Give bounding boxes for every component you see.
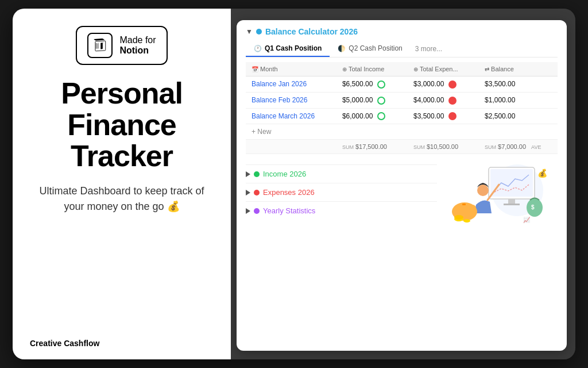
lower-sections: Income 2026 Expenses 2026 Yearly S bbox=[246, 164, 437, 220]
made-for-label: Made for bbox=[119, 35, 156, 45]
svg-rect-8 bbox=[462, 204, 466, 205]
notion-screen: ▼ Balance Calculator 2026 🕐 Q1 Cash Posi… bbox=[237, 20, 567, 351]
income-label: Income 2026 bbox=[263, 170, 306, 178]
sum-balance: SUM$7,000.00 AVE bbox=[479, 140, 558, 154]
cell-balance-1: $3,500.00 bbox=[479, 76, 558, 93]
expand-yearly-icon[interactable] bbox=[246, 208, 250, 214]
balance-table: 📅Month ⊕Total Income ⊕Total Expen... ⇄Ba… bbox=[246, 62, 558, 154]
main-title: Personal Finance Tracker bbox=[61, 78, 183, 172]
svg-text:📈: 📈 bbox=[523, 216, 531, 224]
brand-footer: Creative Cashflow bbox=[30, 339, 99, 348]
tab-q2[interactable]: 🌓 Q2 Cash Position bbox=[330, 41, 410, 57]
status-income-3 bbox=[377, 112, 385, 120]
cell-expense-2: $4,000.00 bbox=[408, 92, 479, 108]
sum-income: SUM$17,500.00 bbox=[336, 140, 408, 154]
sum-expense-value: $10,500.00 bbox=[427, 143, 458, 150]
finance-illustration: $ 💰 📈 bbox=[437, 159, 558, 228]
th-income: ⊕Total Income bbox=[336, 62, 408, 76]
income-dot bbox=[254, 171, 260, 177]
expand-income-icon[interactable] bbox=[246, 171, 250, 177]
tab-q1-label: Q1 Cash Position bbox=[265, 44, 322, 52]
balance-calculator-header: ▼ Balance Calculator 2026 bbox=[246, 27, 558, 36]
cell-balance-2: $1,000.00 bbox=[479, 92, 558, 108]
income-section-row[interactable]: Income 2026 bbox=[246, 164, 437, 183]
subtitle: Ultimate Dashboard to keep track of your… bbox=[30, 183, 214, 214]
cell-income-2: $5,000.00 bbox=[336, 92, 408, 108]
yearly-label: Yearly Statistics bbox=[263, 206, 315, 215]
sum-balance-value: $7,000.00 bbox=[498, 143, 526, 150]
yearly-section-row[interactable]: Yearly Statistics bbox=[246, 201, 437, 220]
expenses-label: Expenses 2026 bbox=[263, 188, 315, 197]
illustration-area: $ 💰 📈 bbox=[437, 159, 558, 228]
sum-income-value: $17,500.00 bbox=[355, 143, 387, 150]
add-new-row[interactable]: + New bbox=[246, 124, 558, 140]
section-dot-blue bbox=[256, 29, 262, 34]
expenses-section-row[interactable]: Expenses 2026 bbox=[246, 183, 437, 201]
cell-month-1[interactable]: Balance Jan 2026 bbox=[246, 76, 336, 93]
svg-rect-4 bbox=[504, 204, 520, 205]
svg-text:💰: 💰 bbox=[537, 168, 548, 178]
svg-point-10 bbox=[454, 215, 463, 220]
svg-text:$: $ bbox=[531, 204, 535, 210]
balance-calculator-title: Balance Calculator 2026 bbox=[265, 27, 358, 36]
tabs-row: 🕐 Q1 Cash Position 🌓 Q2 Cash Position 3 … bbox=[246, 41, 558, 57]
cell-month-3[interactable]: Balance March 2026 bbox=[246, 108, 336, 124]
cell-income-1: $6,500.00 bbox=[336, 76, 408, 93]
svg-point-7 bbox=[469, 205, 476, 212]
sum-empty bbox=[246, 140, 336, 154]
status-expense-1 bbox=[448, 80, 457, 89]
sum-expense: SUM$10,500.00 bbox=[408, 140, 479, 154]
cell-month-2[interactable]: Balance Feb 2026 bbox=[246, 92, 336, 108]
cell-expense-1: $3,000.00 bbox=[408, 76, 479, 93]
app-frame: Made for Notion Personal Finance Tracker… bbox=[13, 9, 575, 359]
table-header-row: 📅Month ⊕Total Income ⊕Total Expen... ⇄Ba… bbox=[246, 62, 558, 76]
expand-expenses-icon[interactable] bbox=[246, 190, 250, 195]
toggle-icon[interactable]: ▼ bbox=[246, 28, 253, 36]
add-new-cell[interactable]: + New bbox=[246, 124, 558, 140]
th-month: 📅Month bbox=[246, 62, 336, 76]
table-row: Balance Feb 2026 $5,000.00 $4,000.00 bbox=[246, 92, 558, 108]
tab-q1-icon: 🕐 bbox=[254, 45, 262, 52]
status-income-2 bbox=[377, 97, 385, 105]
tab-q2-label: Q2 Cash Position bbox=[349, 44, 402, 52]
cell-balance-3: $2,500.00 bbox=[479, 108, 558, 124]
th-balance: ⇄Balance bbox=[479, 62, 558, 76]
svg-point-5 bbox=[477, 185, 489, 196]
notion-badge-text: Made for Notion bbox=[119, 35, 156, 56]
status-income-1 bbox=[377, 80, 385, 89]
right-panel: ▼ Balance Calculator 2026 🕐 Q1 Cash Posi… bbox=[231, 9, 575, 359]
avg-label: AVE bbox=[531, 144, 541, 150]
status-expense-2 bbox=[448, 97, 457, 105]
cell-expense-3: $3,500.00 bbox=[408, 108, 479, 124]
notion-label: Notion bbox=[119, 45, 149, 55]
notion-content: ▼ Balance Calculator 2026 🕐 Q1 Cash Posi… bbox=[237, 20, 567, 351]
more-tabs[interactable]: 3 more... bbox=[411, 41, 447, 56]
expenses-dot bbox=[254, 190, 260, 195]
sum-row: SUM$17,500.00 SUM$10,500.00 SUM$7,000.00… bbox=[246, 140, 558, 154]
tab-q1[interactable]: 🕐 Q1 Cash Position bbox=[246, 41, 330, 57]
left-panel: Made for Notion Personal Finance Tracker… bbox=[13, 9, 231, 359]
table-row: Balance March 2026 $6,000.00 $3,500.00 bbox=[246, 108, 558, 124]
tab-q2-icon: 🌓 bbox=[338, 45, 346, 52]
lower-area: Income 2026 Expenses 2026 Yearly S bbox=[246, 159, 558, 228]
svg-point-11 bbox=[463, 219, 470, 223]
svg-rect-3 bbox=[508, 199, 515, 204]
yearly-dot bbox=[254, 208, 260, 214]
cell-income-3: $6,000.00 bbox=[336, 108, 408, 124]
th-expense: ⊕Total Expen... bbox=[408, 62, 479, 76]
table-row: Balance Jan 2026 $6,500.00 $3,000.00 bbox=[246, 76, 558, 93]
status-expense-3 bbox=[448, 112, 457, 120]
svg-point-12 bbox=[527, 198, 543, 217]
notion-badge: Made for Notion bbox=[76, 26, 167, 65]
notion-icon bbox=[87, 33, 113, 58]
